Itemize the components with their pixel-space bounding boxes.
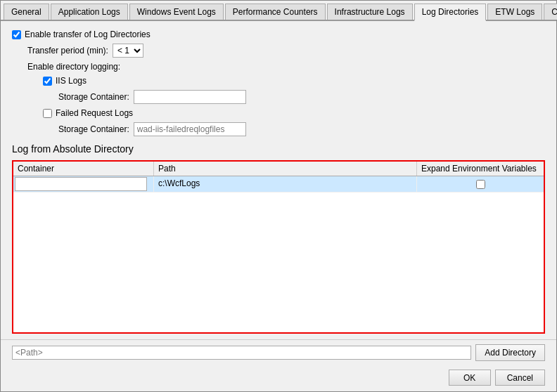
cancel-button[interactable]: Cancel [495,370,545,386]
transfer-period-row: Transfer period (min): < 11510153060 [27,44,545,58]
tab-etw-logs[interactable]: ETW Logs [487,4,542,20]
enable-transfer-checkbox[interactable] [12,30,21,39]
tab-performance-counters[interactable]: Performance Counters [225,4,326,20]
enable-transfer-row: Enable transfer of Log Directories [12,30,545,39]
expand-env-checkbox[interactable] [476,180,485,189]
main-content: Enable transfer of Log Directories Trans… [1,21,556,339]
tab-bar: General Application Logs Windows Event L… [1,1,556,21]
td-path: c:\WcfLogs [154,176,417,192]
tab-application-logs[interactable]: Application Logs [51,4,128,20]
storage-container-input1[interactable]: wad-iis-logfiles [134,90,246,104]
tab-windows-event-logs[interactable]: Windows Event Logs [129,4,224,20]
enable-directory-logging-label: Enable directory logging: [27,62,545,72]
table-row[interactable]: c:\WcfLogs [13,176,544,192]
enable-transfer-label: Enable transfer of Log Directories [25,30,151,39]
failed-request-label: Failed Request Logs [56,108,133,118]
table-header: Container Path Expand Environment Variab… [13,162,544,176]
storage-container-input2[interactable] [134,122,246,136]
ok-button[interactable]: OK [449,370,491,386]
failed-request-checkbox[interactable] [43,109,52,118]
section-title: Log from Absolute Directory [12,143,545,155]
dialog: General Application Logs Windows Event L… [0,0,557,392]
failed-request-logs-row: Failed Request Logs [43,108,545,118]
table-body: c:\WcfLogs [13,176,544,332]
path-input[interactable] [12,346,471,360]
col-header-path: Path [154,162,417,176]
tab-log-directories[interactable]: Log Directories [414,4,487,21]
td-container[interactable] [13,176,154,192]
iis-logs-row: IIS Logs [43,76,545,86]
bottom-bar: Add Directory [1,339,556,365]
tab-infrastructure-logs[interactable]: Infrastructure Logs [327,4,413,20]
col-header-expand-env: Expand Environment Variables [417,162,544,176]
transfer-period-select[interactable]: < 11510153060 [113,44,143,58]
iis-logs-checkbox[interactable] [43,77,52,86]
tab-crash-dumps[interactable]: Crash Dumps [544,4,557,20]
container-edit-input[interactable] [15,177,147,191]
transfer-period-label: Transfer period (min): [27,46,108,55]
storage-container-row2: Storage Container: [58,122,545,136]
add-directory-button[interactable]: Add Directory [475,344,545,361]
tab-general[interactable]: General [4,4,49,20]
iis-logs-label: IIS Logs [56,76,87,86]
log-directory-table: Container Path Expand Environment Variab… [12,160,545,334]
storage-container-row1: Storage Container: wad-iis-logfiles [58,90,545,104]
col-header-container: Container [13,162,154,176]
storage-container-label1: Storage Container: [58,92,129,102]
storage-container-label2: Storage Container: [58,124,129,134]
td-expand-env [417,176,544,192]
footer: OK Cancel [1,365,556,391]
